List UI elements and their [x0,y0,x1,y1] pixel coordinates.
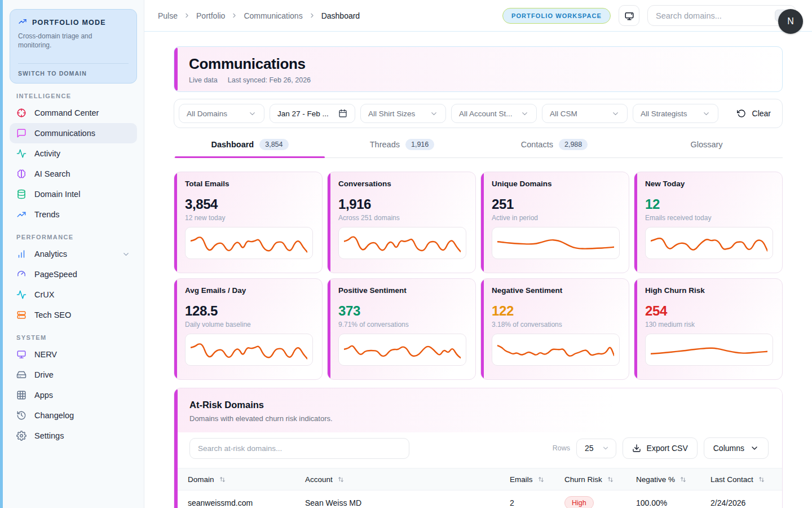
breadcrumb-portfolio[interactable]: Portfolio [196,11,225,20]
metric-subtitle: Emails received today [645,214,773,222]
accent-bar [328,279,330,379]
section-label-system: SYSTEM [16,334,130,341]
filter-label: All Shirt Sizes [368,110,415,118]
metric-title: Negative Sentiment [492,286,620,295]
metric-subtitle: 130 medium risk [645,321,773,329]
metric-value: 1,916 [338,196,466,212]
metric-card-positive-sentiment: Positive Sentiment3739.71% of conversati… [327,278,476,380]
column-header-churn-risk[interactable]: Churn Risk [564,475,636,484]
table-row[interactable]: seanweissmd.comSean Weiss MD2High100.00%… [174,491,782,508]
cell-domain: seanweissmd.com [188,498,305,507]
sidebar-item-apps[interactable]: Apps [10,385,137,405]
sparkline [338,227,466,259]
sidebar-item-analytics[interactable]: Analytics [10,244,137,264]
tab-count-badge: 1,916 [405,139,434,150]
sidebar-item-trends[interactable]: Trends [10,204,137,225]
export-csv-label: Export CSV [647,444,688,453]
metric-subtitle: Active in period [492,214,620,222]
metric-card-unique-domains: Unique Domains251Active in period [480,172,629,273]
metric-title: Avg Emails / Day [185,286,313,295]
filter-bar: All DomainsJan 27 - Feb ...All Shirt Siz… [174,99,783,128]
column-header-negative[interactable]: Negative % [636,475,710,484]
date-range-filter[interactable]: Jan 27 - Feb ... [270,104,355,123]
rows-per-page-select[interactable]: 25 [576,439,616,458]
rows-label: Rows [553,444,570,452]
sidebar-item-nerv[interactable]: NERV [10,344,137,365]
tab-threads[interactable]: Threads1,916 [326,134,478,157]
sort-icon [219,476,226,483]
tab-dashboard[interactable]: Dashboard3,854 [174,134,326,157]
search-input[interactable] [647,5,796,26]
avatar[interactable]: N [778,9,803,34]
sparkline [492,334,620,366]
accent-bar [174,389,178,508]
calendar-icon [338,109,347,118]
sidebar-item-settings[interactable]: Settings [10,426,137,446]
column-header-emails[interactable]: Emails [510,475,564,484]
portfolio-mode-subtitle: Cross-domain triage and monitoring. [18,32,108,50]
clear-filters-button[interactable]: Clear [730,109,778,118]
filter-all-account-st[interactable]: All Account St... [451,104,537,123]
breadcrumb-communications[interactable]: Communications [244,11,302,20]
column-header-domain[interactable]: Domain [188,475,305,484]
switch-to-domain-button[interactable]: SWITCH TO DOMAIN [18,63,129,77]
sidebar-item-drive[interactable]: Drive [10,365,137,385]
accent-bar [174,47,178,91]
column-label: Domain [188,475,214,484]
metrics-grid: Total Emails3,85412 new todayConversatio… [174,172,783,380]
cell-emails: 2 [510,498,564,507]
sort-icon [537,476,545,483]
metric-card-conversations: Conversations1,916Across 251 domains [327,172,476,273]
filter-all-csm[interactable]: All CSM [542,104,628,123]
breadcrumb-dashboard: Dashboard [321,11,360,20]
filter-all-domains[interactable]: All Domains [179,104,264,123]
sidebar-item-label: PageSpeed [34,270,77,279]
sidebar-item-changelog[interactable]: Changelog [10,405,137,426]
sidebar-item-label: Trends [34,210,60,219]
sidebar-item-communications[interactable]: Communications [10,123,137,143]
filter-label: All Domains [187,110,227,118]
display-mode-button[interactable] [619,5,639,26]
metric-title: Unique Domains [492,179,620,188]
tab-contacts[interactable]: Contacts2,988 [478,134,630,157]
sidebar-item-label: Communications [34,129,95,138]
filter-all-shirt-sizes[interactable]: All Shirt Sizes [360,104,446,123]
sparkline [185,227,313,259]
breadcrumb-pulse[interactable]: Pulse [158,11,178,20]
workspace-badge: PORTFOLIO WORKSPACE [502,8,611,24]
sidebar-item-label: NERV [34,350,57,359]
sidebar-item-command-center[interactable]: Command Center [10,103,137,123]
columns-button[interactable]: Columns [704,437,769,459]
export-csv-button[interactable]: Export CSV [623,437,698,459]
sidebar-item-domain-intel[interactable]: Domain Intel [10,184,137,204]
accent-bar [328,173,330,272]
sidebar-item-ai-search[interactable]: AI Search [10,164,137,184]
tab-glossary[interactable]: Glossary [630,134,783,157]
sort-icon [337,476,345,483]
chevron-down-icon [602,444,610,452]
chat-icon [16,128,27,138]
metric-title: Conversations [338,179,466,188]
column-header-last-contact[interactable]: Last Contact [710,475,769,484]
sidebar-item-label: Activity [34,149,60,158]
filter-all-strategists[interactable]: All Strategists [633,104,718,123]
at-risk-search-input[interactable] [189,438,409,459]
tab-label: Dashboard [211,140,254,149]
sparkline [645,334,773,366]
sidebar-item-tech-seo[interactable]: Tech SEO [10,305,137,325]
sidebar-item-pagespeed[interactable]: PageSpeed [10,264,137,284]
sparkline [492,227,620,259]
sparkline [185,334,313,366]
chevron-down-icon [611,110,620,118]
metric-value: 254 [645,303,773,319]
sidebar-item-crux[interactable]: CrUX [10,284,137,305]
breadcrumb: PulsePortfolioCommunicationsDashboard [158,11,360,20]
metric-title: Total Emails [185,179,313,188]
tab-label: Glossary [690,140,722,149]
sidebar-item-activity[interactable]: Activity [10,143,137,164]
column-header-account[interactable]: Account [305,475,510,484]
main-area: PulsePortfolioCommunicationsDashboard PO… [144,0,812,508]
at-risk-card: At-Risk Domains Domains with elevated ch… [174,388,783,508]
column-label: Account [305,475,333,484]
sort-icon [679,476,687,483]
